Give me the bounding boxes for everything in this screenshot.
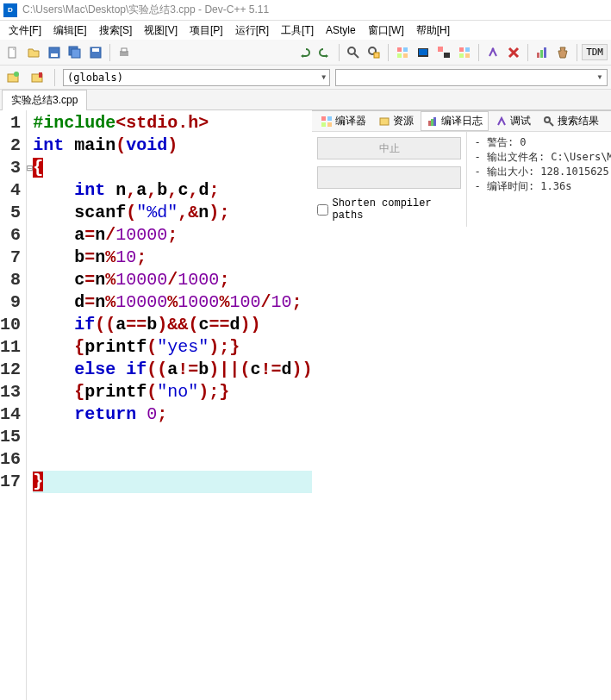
debug-icon[interactable]: [483, 43, 502, 62]
bookmark-icon[interactable]: [28, 68, 47, 87]
svg-rect-13: [397, 47, 402, 52]
svg-rect-34: [327, 116, 332, 121]
svg-rect-16: [403, 53, 408, 58]
svg-point-9: [348, 47, 355, 54]
fold-minus-icon[interactable]: [27, 157, 33, 179]
toolbar-main: TDM: [0, 40, 611, 66]
globals-label: (globals): [67, 72, 123, 84]
rebuild-icon[interactable]: [455, 43, 474, 62]
menu-help[interactable]: 帮助[H]: [411, 22, 455, 40]
save-as-icon[interactable]: [86, 43, 105, 62]
svg-rect-22: [465, 47, 470, 52]
svg-rect-28: [544, 47, 546, 58]
chevron-down-icon: ▼: [596, 73, 603, 81]
separator: [478, 44, 479, 61]
find-icon[interactable]: [344, 43, 363, 62]
run-icon[interactable]: [414, 43, 433, 62]
code-area[interactable]: #include<stdio.h> int main(void) { int n…: [33, 110, 312, 700]
editor-tab[interactable]: 实验总结3.cpp: [2, 90, 87, 110]
save-icon[interactable]: [45, 43, 64, 62]
tab-debug[interactable]: 调试: [490, 112, 536, 130]
window-title: C:\Users\Mac\Desktop\实验总结3.cpp - Dev-C++…: [22, 3, 269, 17]
separator: [109, 44, 110, 61]
compile-run-icon[interactable]: [434, 43, 453, 62]
title-bar: D C:\Users\Mac\Desktop\实验总结3.cpp - Dev-C…: [0, 0, 611, 21]
svg-rect-27: [540, 50, 543, 58]
bottom-left-panel: 中止 Shorten compiler paths: [312, 132, 467, 227]
svg-rect-14: [403, 47, 408, 52]
svg-rect-36: [327, 122, 332, 127]
fold-column: [27, 110, 33, 700]
svg-point-41: [545, 117, 550, 122]
stop-icon[interactable]: [504, 43, 523, 62]
replace-icon[interactable]: [365, 43, 383, 62]
separator: [577, 44, 577, 61]
menu-file[interactable]: 文件[F]: [3, 22, 47, 40]
new-project-icon[interactable]: [3, 68, 22, 87]
menu-window[interactable]: 窗口[W]: [363, 22, 409, 40]
new-file-icon[interactable]: [3, 43, 22, 62]
svg-rect-39: [431, 119, 433, 126]
menu-run[interactable]: 运行[R]: [230, 22, 274, 40]
compile-output[interactable]: - 警告: 0 - 输出文件名: C:\Users\Mac\Desktop\实验…: [467, 132, 611, 227]
globals-dropdown[interactable]: (globals)▼: [63, 69, 330, 86]
app-icon: D: [3, 3, 17, 17]
svg-rect-2: [51, 53, 58, 57]
output-line: - 输出大小: 128.1015625 KiB: [474, 165, 611, 179]
svg-rect-8: [122, 48, 127, 52]
profile-icon[interactable]: [533, 43, 552, 62]
menu-tools[interactable]: 工具[T]: [276, 22, 319, 40]
menu-project[interactable]: 项目[P]: [184, 22, 228, 40]
svg-rect-20: [444, 53, 450, 58]
svg-rect-38: [428, 121, 431, 126]
svg-rect-19: [438, 47, 443, 52]
shorten-paths-input[interactable]: [317, 204, 328, 216]
menu-view[interactable]: 视图[V]: [139, 22, 183, 40]
compile-icon[interactable]: [393, 43, 412, 62]
output-line: - 编译时间: 1.36s: [474, 179, 611, 194]
bottom-panel: 编译器 资源 编译日志 调试 搜索结果 关闭 中止 Shorten compil…: [312, 110, 611, 227]
redo-icon[interactable]: [315, 43, 334, 62]
menu-edit[interactable]: 编辑[E]: [48, 22, 92, 40]
svg-rect-21: [459, 47, 464, 52]
svg-rect-33: [321, 116, 326, 121]
menu-bar: 文件[F] 编辑[E] 搜索[S] 视图[V] 项目[P] 运行[R] 工具[T…: [0, 21, 611, 40]
separator: [339, 44, 340, 61]
separator: [527, 44, 528, 61]
symbol-dropdown[interactable]: ▼: [335, 69, 608, 86]
svg-rect-12: [374, 53, 379, 58]
svg-rect-18: [419, 49, 427, 55]
svg-rect-4: [72, 49, 80, 58]
clean-icon[interactable]: [553, 43, 572, 62]
chevron-down-icon: ▼: [321, 73, 326, 81]
code-editor[interactable]: 1234567891011121314151617 #include<stdio…: [0, 110, 611, 700]
svg-rect-26: [537, 53, 539, 58]
svg-line-10: [354, 53, 358, 58]
compiler-set-dropdown[interactable]: TDM: [582, 44, 608, 60]
svg-rect-15: [397, 53, 402, 58]
abort-button[interactable]: 中止: [317, 137, 461, 159]
svg-rect-37: [380, 118, 389, 125]
tab-search-results[interactable]: 搜索结果: [538, 112, 604, 130]
svg-point-30: [14, 72, 19, 77]
svg-rect-32: [39, 72, 42, 78]
print-icon[interactable]: [115, 43, 134, 62]
svg-line-42: [550, 122, 553, 126]
tab-resources[interactable]: 资源: [373, 112, 419, 130]
secondary-button[interactable]: [317, 166, 461, 189]
menu-search[interactable]: 搜索[S]: [94, 22, 138, 40]
toolbar-secondary: (globals)▼ ▼: [0, 66, 611, 90]
shorten-paths-checkbox[interactable]: Shorten compiler paths: [317, 197, 461, 222]
tab-close[interactable]: 关闭: [606, 112, 611, 130]
undo-icon[interactable]: [295, 43, 314, 62]
save-all-icon[interactable]: [65, 43, 84, 62]
tab-compiler[interactable]: 编译器: [315, 112, 371, 130]
menu-astyle[interactable]: AStyle: [321, 22, 361, 38]
svg-rect-6: [92, 48, 99, 52]
open-icon[interactable]: [24, 43, 43, 62]
line-number-gutter: 1234567891011121314151617: [0, 110, 27, 700]
separator: [54, 69, 55, 86]
tab-compile-log[interactable]: 编译日志: [421, 111, 489, 131]
svg-rect-35: [321, 122, 326, 127]
editor-tab-bar: 实验总结3.cpp: [0, 90, 611, 110]
